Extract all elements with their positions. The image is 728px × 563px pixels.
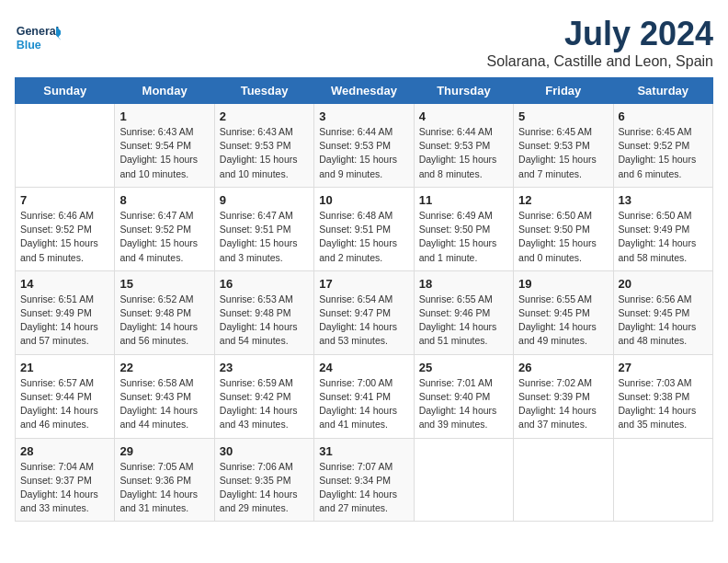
calendar-cell [514,438,613,522]
day-number: 11 [419,193,508,207]
calendar-cell: 28Sunrise: 7:04 AM Sunset: 9:37 PM Dayli… [16,438,115,522]
calendar-cell: 25Sunrise: 7:01 AM Sunset: 9:40 PM Dayli… [414,354,513,438]
svg-marker-2 [56,27,61,42]
calendar-table: SundayMondayTuesdayWednesdayThursdayFrid… [15,77,713,522]
calendar-week-row: 14Sunrise: 6:51 AM Sunset: 9:49 PM Dayli… [16,270,713,354]
cell-content: Sunrise: 7:07 AM Sunset: 9:34 PM Dayligh… [319,460,408,516]
day-number: 30 [220,444,309,458]
cell-content: Sunrise: 6:47 AM Sunset: 9:52 PM Dayligh… [119,209,209,265]
header-day: Sunday [16,78,115,104]
calendar-cell [414,438,513,522]
cell-content: Sunrise: 6:43 AM Sunset: 9:53 PM Dayligh… [220,125,309,181]
cell-content: Sunrise: 7:06 AM Sunset: 9:35 PM Dayligh… [220,460,309,516]
day-number: 15 [119,277,209,291]
day-number: 17 [319,277,408,291]
header-day: Monday [115,78,214,104]
calendar-cell: 30Sunrise: 7:06 AM Sunset: 9:35 PM Dayli… [214,438,313,522]
cell-content: Sunrise: 6:44 AM Sunset: 9:53 PM Dayligh… [419,125,508,181]
calendar-week-row: 1Sunrise: 6:43 AM Sunset: 9:54 PM Daylig… [16,104,713,188]
day-number: 21 [20,361,109,374]
header-row: SundayMondayTuesdayWednesdayThursdayFrid… [16,78,713,104]
day-number: 9 [220,193,309,207]
cell-content: Sunrise: 6:55 AM Sunset: 9:46 PM Dayligh… [419,293,508,349]
cell-content: Sunrise: 6:48 AM Sunset: 9:51 PM Dayligh… [319,209,408,265]
calendar-week-row: 21Sunrise: 6:57 AM Sunset: 9:44 PM Dayli… [16,354,713,438]
day-number: 2 [220,109,309,123]
day-number: 1 [119,109,209,123]
day-number: 13 [619,193,708,207]
day-number: 14 [20,277,109,291]
day-number: 31 [319,444,408,458]
header-day: Saturday [613,78,712,104]
day-number: 26 [518,361,608,374]
logo-svg: General Blue [15,15,61,61]
calendar-cell: 15Sunrise: 6:52 AM Sunset: 9:48 PM Dayli… [115,270,214,354]
title-block: July 2024 Solarana, Castille and Leon, S… [487,15,713,70]
cell-content: Sunrise: 6:56 AM Sunset: 9:45 PM Dayligh… [619,293,708,349]
cell-content: Sunrise: 7:00 AM Sunset: 9:41 PM Dayligh… [319,376,408,432]
day-number: 20 [619,277,708,291]
header-day: Wednesday [314,78,414,104]
calendar-cell: 21Sunrise: 6:57 AM Sunset: 9:44 PM Dayli… [16,354,115,438]
header-day: Thursday [414,78,513,104]
calendar-cell: 18Sunrise: 6:55 AM Sunset: 9:46 PM Dayli… [414,270,513,354]
day-number: 7 [20,193,109,207]
cell-content: Sunrise: 6:51 AM Sunset: 9:49 PM Dayligh… [20,293,109,349]
calendar-week-row: 7Sunrise: 6:46 AM Sunset: 9:52 PM Daylig… [16,187,713,270]
day-number: 5 [518,109,608,123]
cell-content: Sunrise: 6:54 AM Sunset: 9:47 PM Dayligh… [319,293,408,349]
day-number: 12 [518,193,608,207]
day-number: 4 [419,109,508,123]
day-number: 8 [119,193,209,207]
day-number: 3 [319,109,408,123]
day-number: 24 [319,361,408,374]
calendar-cell: 2Sunrise: 6:43 AM Sunset: 9:53 PM Daylig… [214,104,313,188]
day-number: 25 [419,361,508,374]
day-number: 27 [619,361,708,374]
day-number: 19 [518,277,608,291]
calendar-cell: 23Sunrise: 6:59 AM Sunset: 9:42 PM Dayli… [214,354,313,438]
cell-content: Sunrise: 6:52 AM Sunset: 9:48 PM Dayligh… [119,293,209,349]
calendar-cell: 16Sunrise: 6:53 AM Sunset: 9:48 PM Dayli… [214,270,313,354]
calendar-cell: 8Sunrise: 6:47 AM Sunset: 9:52 PM Daylig… [115,187,214,270]
cell-content: Sunrise: 6:50 AM Sunset: 9:50 PM Dayligh… [518,209,608,265]
calendar-cell [16,104,115,188]
calendar-cell: 31Sunrise: 7:07 AM Sunset: 9:34 PM Dayli… [314,438,414,522]
calendar-cell: 12Sunrise: 6:50 AM Sunset: 9:50 PM Dayli… [514,187,613,270]
cell-content: Sunrise: 7:01 AM Sunset: 9:40 PM Dayligh… [419,376,508,432]
day-number: 29 [119,444,209,458]
logo: General Blue [15,15,61,61]
calendar-cell: 13Sunrise: 6:50 AM Sunset: 9:49 PM Dayli… [613,187,712,270]
day-number: 22 [119,361,209,374]
cell-content: Sunrise: 6:44 AM Sunset: 9:53 PM Dayligh… [319,125,408,181]
calendar-cell: 22Sunrise: 6:58 AM Sunset: 9:43 PM Dayli… [115,354,214,438]
day-number: 23 [220,361,309,374]
cell-content: Sunrise: 7:03 AM Sunset: 9:38 PM Dayligh… [619,376,708,432]
calendar-cell: 5Sunrise: 6:45 AM Sunset: 9:53 PM Daylig… [514,104,613,188]
calendar-cell [613,438,712,522]
cell-content: Sunrise: 6:55 AM Sunset: 9:45 PM Dayligh… [518,293,608,349]
cell-content: Sunrise: 6:45 AM Sunset: 9:53 PM Dayligh… [518,125,608,181]
day-number: 28 [20,444,109,458]
calendar-cell: 17Sunrise: 6:54 AM Sunset: 9:47 PM Dayli… [314,270,414,354]
cell-content: Sunrise: 6:47 AM Sunset: 9:51 PM Dayligh… [220,209,309,265]
calendar-cell: 20Sunrise: 6:56 AM Sunset: 9:45 PM Dayli… [613,270,712,354]
calendar-cell: 24Sunrise: 7:00 AM Sunset: 9:41 PM Dayli… [314,354,414,438]
calendar-cell: 6Sunrise: 6:45 AM Sunset: 9:52 PM Daylig… [613,104,712,188]
header-day: Tuesday [214,78,313,104]
cell-content: Sunrise: 6:46 AM Sunset: 9:52 PM Dayligh… [20,209,109,265]
cell-content: Sunrise: 7:05 AM Sunset: 9:36 PM Dayligh… [119,460,209,516]
cell-content: Sunrise: 6:50 AM Sunset: 9:49 PM Dayligh… [619,209,708,265]
calendar-cell: 4Sunrise: 6:44 AM Sunset: 9:53 PM Daylig… [414,104,513,188]
cell-content: Sunrise: 6:58 AM Sunset: 9:43 PM Dayligh… [119,376,209,432]
calendar-cell: 10Sunrise: 6:48 AM Sunset: 9:51 PM Dayli… [314,187,414,270]
page-header: General Blue July 2024 Solarana, Castill… [15,15,713,70]
calendar-cell: 1Sunrise: 6:43 AM Sunset: 9:54 PM Daylig… [115,104,214,188]
calendar-cell: 11Sunrise: 6:49 AM Sunset: 9:50 PM Dayli… [414,187,513,270]
subtitle: Solarana, Castille and Leon, Spain [487,53,713,70]
cell-content: Sunrise: 6:57 AM Sunset: 9:44 PM Dayligh… [20,376,109,432]
day-number: 6 [619,109,708,123]
calendar-cell: 3Sunrise: 6:44 AM Sunset: 9:53 PM Daylig… [314,104,414,188]
svg-text:Blue: Blue [17,40,41,52]
header-day: Friday [514,78,613,104]
